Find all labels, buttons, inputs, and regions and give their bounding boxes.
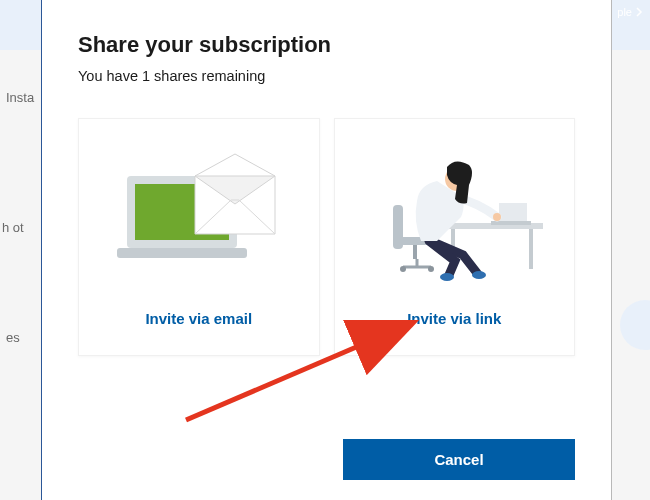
invite-via-email-label: Invite via email <box>145 310 252 327</box>
svg-rect-7 <box>529 229 533 269</box>
bg-nav-label: ple <box>617 6 632 18</box>
bg-text-install: Insta <box>6 90 34 105</box>
email-illustration <box>79 119 319 310</box>
svg-point-17 <box>493 213 501 221</box>
invite-options: Invite via email <box>78 118 575 356</box>
modal-title: Share your subscription <box>78 32 575 58</box>
bg-text-es: es <box>6 330 20 345</box>
bg-nav-next[interactable]: ple <box>617 6 644 18</box>
modal-subtitle: You have 1 shares remaining <box>78 68 575 84</box>
invite-via-email-card[interactable]: Invite via email <box>78 118 320 356</box>
svg-rect-2 <box>117 248 247 258</box>
share-subscription-modal: Share your subscription You have 1 share… <box>41 0 612 500</box>
invite-via-link-card[interactable]: Invite via link <box>334 118 576 356</box>
svg-rect-9 <box>491 221 531 225</box>
svg-point-13 <box>400 266 406 272</box>
invite-via-link-label: Invite via link <box>407 310 501 327</box>
bg-help-bubble <box>620 300 650 350</box>
modal-footer: Cancel <box>78 439 575 480</box>
svg-point-15 <box>472 271 486 279</box>
svg-rect-8 <box>499 203 527 221</box>
svg-point-14 <box>428 266 434 272</box>
cancel-button[interactable]: Cancel <box>343 439 575 480</box>
link-illustration <box>335 119 575 310</box>
bg-text-other: h ot <box>2 220 24 235</box>
svg-rect-12 <box>413 245 417 259</box>
chevron-right-icon <box>634 7 644 17</box>
svg-point-16 <box>440 273 454 281</box>
